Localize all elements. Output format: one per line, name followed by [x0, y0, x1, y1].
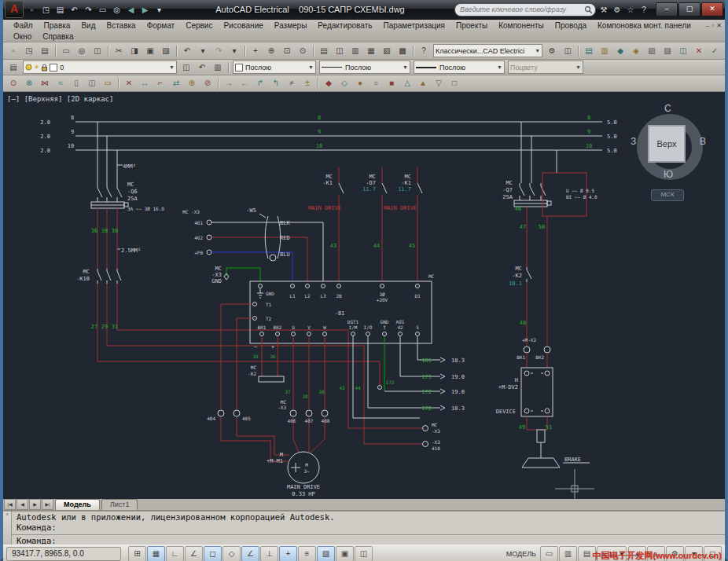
tab-first-icon[interactable]: |◀ [4, 499, 16, 510]
linetype-combo[interactable]: Послою ▼ [319, 60, 410, 74]
new-icon[interactable]: ▫ [6, 44, 21, 58]
layer-on-icon[interactable] [25, 64, 32, 71]
undo-icon[interactable]: ↶ [68, 3, 81, 16]
electrical-audit-icon[interactable]: ◈ [628, 44, 644, 58]
quick-properties-icon[interactable]: ▣ [336, 546, 354, 561]
tool-palettes-icon[interactable]: ▥ [347, 44, 363, 58]
menu-item-11[interactable]: Проекты [450, 21, 493, 30]
help-icon[interactable]: ? [416, 44, 432, 58]
tab-prev-icon[interactable]: ◀ [17, 499, 28, 510]
project-manager-icon[interactable]: ▤ [581, 44, 597, 58]
fan-in-icon[interactable]: ↱ [252, 76, 268, 90]
polar-icon[interactable]: ∠ [185, 546, 203, 561]
layer-combo[interactable]: ☀ 0 ▼ [23, 60, 177, 74]
otrack-icon[interactable]: ∠ [241, 546, 259, 561]
settings-compare-icon[interactable]: ✕ [691, 44, 707, 58]
delete-component-icon[interactable]: ■ [384, 76, 399, 90]
redo-icon[interactable]: ↷ [211, 44, 226, 58]
quick-calc-icon[interactable]: ▩ [395, 44, 410, 58]
save-icon[interactable]: ▤ [53, 3, 67, 16]
swap-wire-icon[interactable]: ⇄ [168, 76, 184, 90]
menu-item-3[interactable]: Вид [75, 21, 101, 30]
plot-icon[interactable]: ▭ [96, 3, 109, 16]
zoom-previous-icon[interactable]: ⊙ [295, 44, 311, 58]
transparency-icon[interactable]: ▨ [317, 546, 335, 561]
workspace-settings-icon[interactable]: ⚙ [544, 44, 560, 58]
tab-last-icon[interactable]: ▶| [42, 499, 53, 510]
layer-states-icon[interactable]: ◫ [178, 60, 194, 75]
viewcube-west[interactable]: З [631, 136, 636, 147]
doc-restore-icon[interactable]: ▫ [711, 22, 714, 29]
insert-component-icon[interactable]: ⋈ [37, 76, 53, 90]
autocad-logo-icon[interactable]: A [5, 1, 24, 18]
export-project-data-icon[interactable]: ◫ [675, 44, 691, 58]
open-icon[interactable]: ◳ [39, 3, 53, 16]
insert-wire-icon[interactable]: ≈ [53, 76, 68, 90]
maximize-button[interactable]: ▢ [678, 2, 700, 16]
lineweight-combo[interactable]: Послою ▼ [414, 60, 505, 74]
menu-item-5[interactable]: Формат [142, 21, 181, 30]
pan-icon[interactable]: + [248, 44, 263, 58]
open-icon[interactable]: ◳ [21, 44, 37, 58]
workspace-combo[interactable]: Классически...CAD Electrici ▼ [433, 44, 542, 57]
save-icon[interactable]: ▤ [37, 44, 53, 58]
fan-out-icon[interactable]: ↰ [268, 76, 284, 90]
menu-item-4[interactable]: Вставка [101, 21, 141, 30]
search-communication-icon[interactable]: ⚒ [597, 6, 610, 14]
bend-wire-icon[interactable]: ⌐ [153, 76, 168, 90]
quick-view-layouts-icon[interactable]: ▥ [559, 546, 577, 561]
menu-item-10[interactable]: Параметризация [377, 21, 450, 30]
menu-item-14[interactable]: Компоновка монт. панели [592, 21, 697, 30]
menu-item-1[interactable]: Файл [8, 21, 39, 30]
doc-close-icon[interactable]: ✕ [716, 22, 722, 29]
menu-item-8[interactable]: Размеры [269, 21, 313, 30]
cut-icon[interactable]: ✂ [111, 44, 127, 58]
redo-icon[interactable]: ↷ [82, 3, 95, 16]
lineweight-icon[interactable]: ≡ [298, 546, 316, 561]
selection-cycling-icon[interactable]: ◫ [355, 546, 373, 561]
publish-icon[interactable]: ◫ [90, 44, 105, 58]
info-center-search[interactable] [454, 3, 596, 16]
layer-lock-icon[interactable] [41, 64, 48, 72]
osnap-icon[interactable]: ◻ [204, 546, 222, 561]
viewcube-top-face[interactable]: Верх [648, 125, 686, 163]
move-component-icon[interactable]: ● [352, 76, 368, 90]
markup-set-manager-icon[interactable]: ▧ [379, 44, 395, 58]
close-button[interactable]: ✕ [701, 2, 723, 16]
source-arrow-icon[interactable]: → [221, 76, 237, 90]
command-history[interactable]: Autodesk или в приложении, лицензированн… [12, 512, 725, 535]
trim-wire-icon[interactable]: ✕ [121, 76, 137, 90]
stretch-wire-icon[interactable]: ↔ [137, 76, 153, 90]
copy-component-icon[interactable]: ◇ [336, 76, 352, 90]
menu-item-2[interactable]: Справка [37, 32, 79, 41]
drawing-audit-icon[interactable]: ◆ [612, 44, 628, 58]
revise-ladder-icon[interactable]: ◫ [84, 76, 100, 90]
title-block-update-icon[interactable]: ▧ [644, 44, 660, 58]
match-properties-icon[interactable]: ▨ [158, 44, 174, 58]
color-combo[interactable]: Послою ▼ [233, 60, 316, 74]
new-icon[interactable]: ▫ [25, 3, 39, 16]
layer-freeze-icon[interactable]: ☀ [34, 64, 39, 71]
edit-component-icon[interactable]: ◆ [321, 76, 336, 90]
dynamic-input-icon[interactable]: + [279, 546, 297, 561]
hide-wire-number-icon[interactable]: ⊘ [200, 76, 215, 90]
align-component-icon[interactable]: ○ [368, 76, 384, 90]
workspace-save-icon[interactable]: ◫ [560, 44, 575, 58]
plot-preview-icon[interactable]: ◎ [110, 3, 123, 16]
sheet-set-manager-icon[interactable]: ▦ [363, 44, 379, 58]
zoom-window-icon[interactable]: ⊡ [279, 44, 295, 58]
redo-drop-icon[interactable]: ▾ [226, 44, 242, 58]
coordinates-display[interactable]: 93417.7, 8965.8, 0.0 [6, 547, 121, 561]
snap-icon[interactable]: ⊞ [128, 546, 146, 561]
qat-menu-icon[interactable]: ▾ [153, 3, 166, 16]
viewcube-east[interactable]: В [700, 136, 706, 147]
viewcube[interactable]: С З В Ю Верх МСК [632, 106, 708, 208]
tab-layout1[interactable]: Лист1 [101, 499, 138, 510]
viewcube-wcs-menu[interactable]: МСК [651, 189, 684, 201]
back-icon[interactable]: ◀ [124, 3, 138, 16]
forward-icon[interactable]: ▶ [138, 3, 152, 16]
wire-number-icon[interactable]: ⊙ [6, 76, 21, 90]
tab-model[interactable]: Модель [55, 499, 100, 510]
minimize-button[interactable]: ‒ [656, 2, 678, 16]
menu-item-7[interactable]: Рисование [218, 21, 268, 30]
